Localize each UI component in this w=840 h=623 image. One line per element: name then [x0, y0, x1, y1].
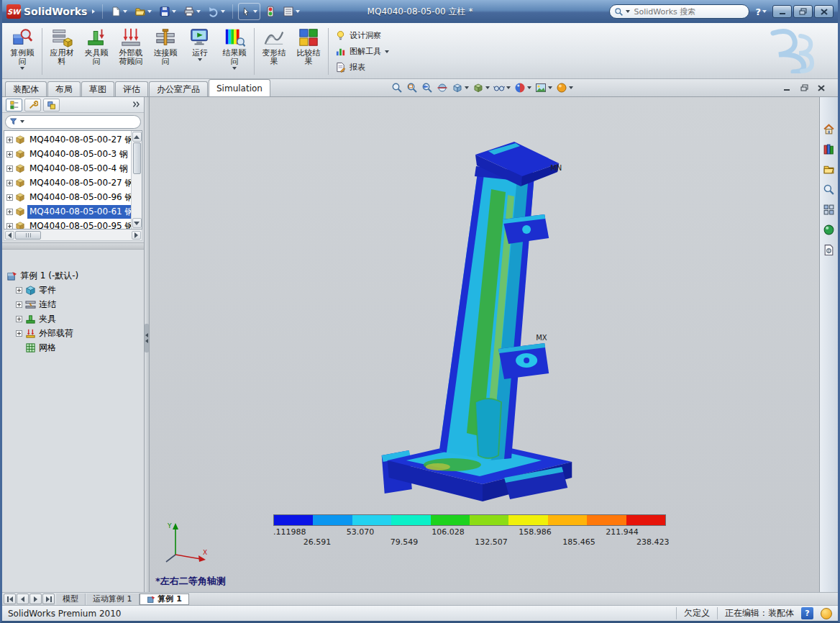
close-button[interactable] — [814, 5, 834, 18]
scroll-left-button[interactable] — [5, 231, 14, 240]
search-tab[interactable] — [822, 182, 836, 196]
scroll-up-button[interactable] — [132, 132, 142, 142]
view-palette-tab[interactable] — [822, 202, 836, 217]
expand-icon[interactable] — [6, 137, 13, 143]
scroll-down-button[interactable] — [132, 218, 142, 228]
panel-expand-chevron[interactable] — [132, 100, 140, 110]
undo-button[interactable] — [206, 3, 227, 20]
design-insight-button[interactable]: 设计洞察 — [335, 29, 389, 42]
select-button[interactable] — [238, 3, 260, 20]
graphics-viewport[interactable]: MN MX .111988 — [150, 97, 819, 592]
doc-restore-button[interactable] — [798, 83, 811, 93]
plot-tools-button[interactable]: 图解工具 — [335, 45, 389, 58]
quick-tips-help-button[interactable]: ? — [801, 607, 813, 619]
appearances-scenes-tab[interactable] — [822, 222, 836, 237]
save-button[interactable] — [157, 3, 178, 20]
scroll-right-button[interactable] — [132, 231, 141, 240]
tree-vertical-scrollbar[interactable] — [131, 131, 142, 229]
tree-item[interactable]: MQ4040-08-05-00-95 钢 — [4, 219, 131, 229]
study-item-connections[interactable]: 连结 — [16, 297, 141, 312]
search-input[interactable] — [632, 6, 744, 17]
expand-icon[interactable] — [6, 209, 13, 215]
rebuild-button[interactable] — [263, 3, 278, 20]
apply-material-button[interactable]: 应用材料 — [45, 24, 79, 78]
tree-item[interactable]: MQ4040-08-05-00-27 钢 — [4, 176, 131, 190]
tree-horizontal-scrollbar[interactable] — [4, 229, 142, 241]
study-item-mesh[interactable]: 网格 — [16, 340, 141, 355]
new-document-button[interactable] — [108, 3, 129, 20]
tree-item[interactable]: MQ4040-08-05-00-4 钢 — [4, 161, 131, 176]
results-advisor-button[interactable]: 结果顾问 — [217, 24, 252, 78]
compare-results-button[interactable]: 比较结果 — [291, 24, 326, 78]
section-view-button[interactable] — [436, 81, 449, 94]
zoom-fit-button[interactable] — [391, 81, 403, 94]
external-loads-advisor-button[interactable]: 外部载荷顾问 — [114, 24, 148, 78]
view-settings-button[interactable] — [555, 81, 574, 94]
configurationmanager-tab[interactable] — [43, 99, 60, 112]
display-style-button[interactable] — [472, 81, 490, 94]
run-button[interactable]: 运行 — [183, 24, 217, 78]
first-tab-button[interactable] — [4, 594, 16, 604]
expand-icon[interactable] — [6, 151, 13, 158]
panel-viewport-splitter[interactable] — [145, 97, 150, 592]
tab-study-1[interactable]: 算例 1 — [140, 594, 189, 605]
tree-item[interactable]: MQ4040-08-05-00-3 钢 — [4, 147, 131, 161]
scrollbar-thumb[interactable] — [133, 142, 141, 174]
previous-tab-button[interactable] — [17, 594, 29, 604]
tab-evaluate[interactable]: 评估 — [115, 81, 148, 96]
deformed-result-button[interactable]: 变形结果 — [257, 24, 291, 78]
next-tab-button[interactable] — [29, 594, 42, 604]
tab-layout[interactable]: 布局 — [47, 81, 81, 96]
tree-item-selected[interactable]: MQ4040-08-05-00-61 钢 — [4, 204, 131, 219]
custom-properties-tab[interactable] — [822, 242, 836, 257]
scrollbar-thumb[interactable] — [15, 231, 41, 240]
expand-icon[interactable] — [6, 165, 13, 172]
expand-icon[interactable] — [16, 301, 22, 308]
doc-close-button[interactable] — [815, 83, 828, 93]
apply-scene-button[interactable] — [534, 81, 553, 94]
design-library-tab[interactable] — [822, 142, 836, 156]
study-root-item[interactable]: 算例 1 (-默认-) — [6, 268, 141, 283]
tree-item[interactable]: MQ4040-08-05-00-27 钢 — [4, 132, 131, 147]
study-item-parts[interactable]: 零件 — [16, 283, 141, 297]
print-button[interactable] — [181, 3, 203, 20]
last-tab-button[interactable] — [42, 594, 55, 604]
tree-filter-input[interactable] — [5, 115, 141, 129]
menu-expand-icon[interactable] — [92, 9, 95, 14]
tab-simulation[interactable]: Simulation — [209, 79, 270, 96]
hide-show-items-button[interactable] — [493, 81, 511, 94]
solidworks-resources-tab[interactable] — [822, 122, 836, 136]
study-advisor-button[interactable]: 算例顾问 — [5, 24, 40, 78]
search-box[interactable] — [609, 4, 749, 19]
tab-motion-study-1[interactable]: 运动算例 1 — [86, 594, 140, 605]
previous-view-button[interactable] — [421, 81, 434, 94]
edit-appearance-button[interactable] — [513, 81, 532, 94]
connections-advisor-button[interactable]: 连接顾问 — [148, 24, 183, 78]
expand-icon[interactable] — [16, 330, 22, 337]
expand-icon[interactable] — [6, 223, 13, 229]
tip-indicator-icon[interactable] — [821, 608, 832, 619]
panel-split-handle[interactable] — [2, 242, 144, 250]
help-button[interactable]: ? — [755, 6, 767, 17]
report-button[interactable]: 报表 — [335, 61, 389, 74]
study-item-external-loads[interactable]: 外部载荷 — [16, 326, 141, 340]
expand-icon[interactable] — [6, 194, 13, 201]
fixtures-advisor-button[interactable]: 夹具顾问 — [79, 24, 114, 78]
expand-icon[interactable] — [16, 287, 22, 294]
view-orientation-button[interactable] — [451, 81, 470, 94]
filter-caret[interactable] — [20, 120, 24, 123]
doc-minimize-button[interactable] — [780, 83, 793, 93]
tab-model[interactable]: 模型 — [55, 594, 86, 605]
featuremanager-tab[interactable] — [6, 99, 22, 112]
zoom-area-button[interactable] — [406, 81, 419, 94]
restore-button[interactable] — [793, 5, 813, 18]
tab-assembly[interactable]: 装配体 — [5, 81, 47, 96]
tab-office-products[interactable]: 办公室产品 — [149, 81, 208, 96]
expand-icon[interactable] — [6, 180, 13, 186]
tab-sketch[interactable]: 草图 — [81, 81, 114, 96]
minimize-button[interactable] — [772, 5, 792, 18]
splitter-grip[interactable] — [145, 324, 149, 353]
file-explorer-tab[interactable] — [822, 162, 836, 176]
study-item-fixtures[interactable]: 夹具 — [16, 312, 141, 326]
tree-item[interactable]: MQ4040-08-05-00-96 钢 — [4, 190, 131, 204]
